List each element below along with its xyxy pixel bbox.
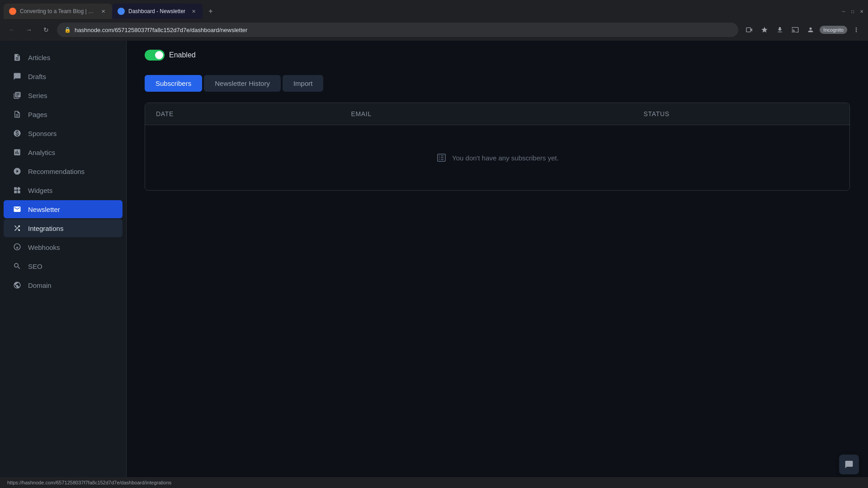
profile-icon[interactable]	[804, 23, 817, 36]
sidebar-item-drafts[interactable]: Drafts	[4, 67, 123, 85]
widgets-icon	[13, 186, 22, 195]
incognito-badge: Incognito	[820, 26, 847, 34]
back-button[interactable]: ←	[5, 23, 18, 36]
enabled-text: Enabled	[169, 51, 196, 59]
browser-chrome: Converting to a Team Blog | Ha... ✕ Dash…	[0, 0, 868, 41]
header-status: Status	[644, 110, 839, 117]
sidebar-label-widgets: Widgets	[28, 187, 52, 194]
pages-icon	[13, 110, 22, 119]
tab-import[interactable]: Import	[283, 75, 324, 92]
tab-subscribers[interactable]: Subscribers	[145, 75, 202, 92]
address-bar-row: ← → ↻ 🔒 hashnode.com/6571258037f7fa8c152…	[0, 19, 868, 41]
header-email: Email	[351, 110, 643, 117]
sidebar-label-drafts: Drafts	[28, 73, 46, 80]
empty-state-message: You don't have any subscribers yet.	[452, 154, 559, 162]
browser-actions: Incognito	[743, 23, 863, 36]
sidebar-item-sponsors[interactable]: Sponsors	[4, 124, 123, 142]
sidebar-item-seo[interactable]: SEO	[4, 257, 123, 275]
sidebar-label-webhooks: Webhooks	[28, 244, 60, 251]
drafts-icon	[13, 72, 22, 81]
articles-icon	[13, 53, 22, 62]
chat-widget[interactable]	[839, 455, 859, 474]
empty-state-content: You don't have any subscribers yet.	[436, 152, 559, 163]
main-content: Enabled Subscribers Newsletter History I…	[127, 41, 868, 488]
seo-icon	[13, 262, 22, 271]
minimize-button[interactable]: ─	[841, 9, 846, 14]
close-window-button[interactable]: ✕	[859, 9, 864, 14]
address-text: hashnode.com/6571258037f7fa8c152d7d7e/da…	[75, 27, 247, 33]
forward-button[interactable]: →	[23, 23, 35, 36]
sidebar-item-pages[interactable]: Pages	[4, 105, 123, 123]
sidebar-label-seo: SEO	[28, 263, 42, 270]
tab-newsletter-history[interactable]: Newsletter History	[204, 75, 281, 92]
sidebar-label-newsletter: Newsletter	[28, 206, 60, 213]
tab-2[interactable]: Dashboard - Newsletter ✕	[112, 4, 203, 19]
camera-off-icon[interactable]	[743, 23, 755, 36]
webhooks-icon	[13, 243, 22, 252]
sidebar-label-series: Series	[28, 92, 47, 99]
sidebar-label-sponsors: Sponsors	[28, 130, 57, 137]
status-bar: https://hashnode.com/6571258037f7fa8c152…	[0, 477, 868, 488]
address-bar[interactable]: 🔒 hashnode.com/6571258037f7fa8c152d7d7e/…	[57, 23, 738, 37]
integrations-icon	[13, 224, 22, 233]
sidebar-item-domain[interactable]: Domain	[4, 276, 123, 294]
analytics-icon	[13, 148, 22, 157]
tab-1[interactable]: Converting to a Team Blog | Ha... ✕	[4, 4, 112, 19]
subscribers-table: Date Email Status You don't have any sub…	[145, 103, 850, 191]
sidebar-label-articles: Articles	[28, 54, 50, 61]
newsletter-section: Enabled Subscribers Newsletter History I…	[145, 41, 850, 200]
sidebar-label-recommendations: Recommendations	[28, 168, 85, 175]
tab-1-favicon	[9, 8, 16, 15]
sidebar-label-integrations: Integrations	[28, 225, 63, 232]
sidebar-item-recommendations[interactable]: Recommendations	[4, 162, 123, 180]
window-controls: ─ □ ✕	[841, 9, 864, 14]
sidebar-label-domain: Domain	[28, 282, 52, 289]
sidebar-item-analytics[interactable]: Analytics	[4, 143, 123, 161]
newsletter-toggle[interactable]	[145, 50, 165, 61]
status-url: https://hashnode.com/6571258037f7fa8c152…	[7, 480, 171, 485]
menu-icon[interactable]	[850, 23, 863, 36]
lock-icon: 🔒	[64, 27, 71, 33]
download-icon[interactable]	[774, 23, 786, 36]
recommendations-icon	[13, 167, 22, 176]
sidebar-item-series[interactable]: Series	[4, 86, 123, 104]
star-icon[interactable]	[758, 23, 771, 36]
cast-icon[interactable]	[789, 23, 802, 36]
newsletter-icon	[13, 205, 22, 214]
app-layout: Articles Drafts Series Pages	[0, 41, 868, 488]
sidebar-item-integrations[interactable]: Integrations	[4, 219, 123, 237]
sidebar: Articles Drafts Series Pages	[0, 41, 127, 488]
tab-1-close[interactable]: ✕	[99, 8, 107, 15]
refresh-button[interactable]: ↻	[40, 23, 52, 36]
tab-bar: Converting to a Team Blog | Ha... ✕ Dash…	[0, 0, 868, 19]
table-header: Date Email Status	[145, 103, 849, 125]
sidebar-item-widgets[interactable]: Widgets	[4, 181, 123, 199]
maximize-button[interactable]: □	[850, 9, 855, 14]
sidebar-label-pages: Pages	[28, 111, 47, 118]
sidebar-label-analytics: Analytics	[28, 149, 55, 156]
enabled-badge: Enabled	[145, 50, 850, 61]
newsletter-tabs: Subscribers Newsletter History Import	[145, 75, 850, 92]
tab-2-close[interactable]: ✕	[190, 8, 197, 15]
header-date: Date	[156, 110, 351, 117]
tab-2-title: Dashboard - Newsletter	[128, 8, 186, 14]
tab-1-title: Converting to a Team Blog | Ha...	[20, 8, 96, 14]
sponsors-icon	[13, 129, 22, 138]
new-tab-button[interactable]: +	[204, 5, 217, 18]
sidebar-item-newsletter[interactable]: Newsletter	[4, 200, 123, 218]
tab-2-favicon	[118, 8, 125, 15]
domain-icon	[13, 281, 22, 290]
sidebar-item-articles[interactable]: Articles	[4, 48, 123, 66]
sidebar-item-webhooks[interactable]: Webhooks	[4, 238, 123, 256]
series-icon	[13, 91, 22, 100]
table-empty-state: You don't have any subscribers yet.	[145, 125, 849, 190]
empty-table-icon	[436, 152, 447, 163]
